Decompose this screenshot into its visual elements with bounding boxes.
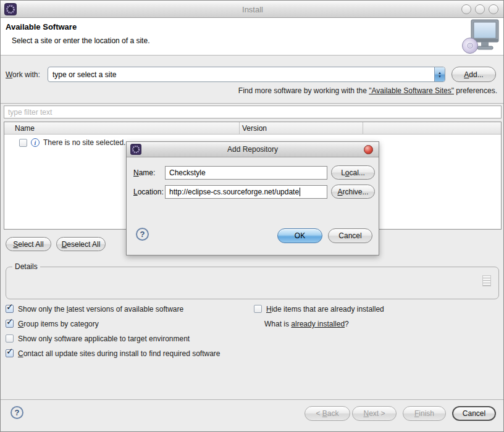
archive-button[interactable]: Archive... [331, 185, 375, 199]
window-close-button[interactable] [461, 4, 471, 14]
back-button[interactable]: < Back [304, 406, 350, 421]
select-all-button[interactable]: Select All [6, 237, 51, 251]
finish-button[interactable]: Finish [403, 406, 446, 421]
row-checkbox[interactable] [19, 139, 27, 147]
option-label: Show only software applicable to target … [18, 334, 190, 343]
add-button[interactable]: Add... [452, 67, 496, 82]
combo-stepper-icon[interactable]: ▲ ▼ [434, 67, 445, 81]
cancel-button[interactable]: Cancel [452, 406, 496, 421]
option-show-applicable-only[interactable]: Show only software applicable to target … [6, 334, 190, 343]
local-button[interactable]: Local... [331, 165, 375, 180]
dialog-titlebar: Add Repository [127, 142, 379, 157]
checkbox-checked-icon[interactable]: ✓ [6, 305, 14, 313]
checkbox-checked-icon[interactable]: ✓ [6, 320, 14, 328]
option-show-latest-versions[interactable]: ✓ Show only the latest versions of avail… [6, 304, 183, 314]
option-label: Hide items that are already installed [266, 305, 384, 314]
page-subtitle: Select a site or enter the location of a… [12, 36, 149, 45]
work-with-label: Work with: [6, 70, 40, 79]
dialog-title: Add Repository [127, 145, 379, 154]
what-is-installed-text: What is already installed? [264, 320, 349, 328]
info-icon: i [31, 138, 40, 147]
add-repository-dialog: Add Repository Name: Checkstyle Local...… [126, 141, 379, 255]
work-with-combo[interactable]: type or select a site ▲ ▼ [48, 67, 445, 82]
separator [1, 103, 504, 104]
table-header: Name Version [4, 122, 501, 135]
text-cursor [300, 188, 300, 196]
install-wizard-window: Install Available Software Select a site… [0, 0, 504, 432]
page-title: Available Software [6, 22, 77, 31]
option-label: Contact all update sites during install … [18, 349, 220, 358]
work-with-combo-value: type or select a site [48, 70, 434, 79]
find-more-software-hint: Find more software by working with the "… [238, 86, 497, 95]
separator [1, 399, 504, 400]
column-header-version[interactable]: Version [242, 124, 267, 133]
option-label: Group items by category [18, 320, 99, 328]
dialog-cancel-button[interactable]: Cancel [328, 228, 372, 243]
check-icon: ✓ [6, 346, 14, 356]
window-minimize-button[interactable] [475, 4, 485, 14]
software-install-icon [461, 19, 500, 54]
dialog-close-icon[interactable] [364, 145, 373, 154]
window-titlebar: Install [1, 1, 504, 18]
checkbox-unchecked-icon[interactable] [6, 334, 14, 343]
option-group-by-category[interactable]: ✓ Group items by category [6, 319, 99, 328]
column-header-name[interactable]: Name [15, 124, 35, 133]
check-icon: ✓ [6, 302, 14, 312]
name-field[interactable]: Checkstyle [165, 166, 327, 180]
help-icon[interactable]: ? [10, 406, 23, 419]
help-icon[interactable]: ? [136, 228, 149, 241]
location-label: Location: [133, 188, 164, 196]
stepper-down-icon: ▼ [438, 75, 442, 78]
details-text-icon[interactable] [482, 275, 491, 286]
option-label: Show only the latest versions of availab… [18, 305, 183, 314]
empty-table-message: There is no site selected. [43, 138, 125, 147]
column-divider[interactable] [239, 122, 240, 135]
window-title: Install [1, 5, 504, 14]
next-button[interactable]: Next > [352, 406, 397, 421]
details-label: Details [12, 262, 40, 271]
name-label: Name: [133, 168, 155, 177]
window-maximize-button[interactable] [489, 4, 498, 14]
checkbox-checked-icon[interactable]: ✓ [6, 349, 14, 357]
filter-input[interactable] [4, 106, 502, 118]
already-installed-link[interactable]: already installed [291, 320, 345, 328]
details-group: Details [6, 267, 499, 299]
available-software-sites-link[interactable]: "Available Software Sites" [369, 86, 454, 95]
check-icon: ✓ [6, 317, 14, 326]
column-divider[interactable] [363, 122, 363, 135]
table-row: i There is no site selected. [19, 138, 125, 147]
option-contact-all-sites[interactable]: ✓ Contact all update sites during instal… [6, 349, 220, 358]
option-hide-installed[interactable]: Hide items that are already installed [254, 304, 384, 314]
deselect-all-button[interactable]: Deselect All [56, 237, 106, 251]
ok-button[interactable]: OK [277, 228, 322, 243]
checkbox-unchecked-icon[interactable] [254, 305, 262, 313]
wizard-banner: Available Software Select a site or ente… [1, 18, 504, 56]
location-field[interactable]: http://eclipse-cs.sourceforge.net/update [165, 185, 327, 199]
